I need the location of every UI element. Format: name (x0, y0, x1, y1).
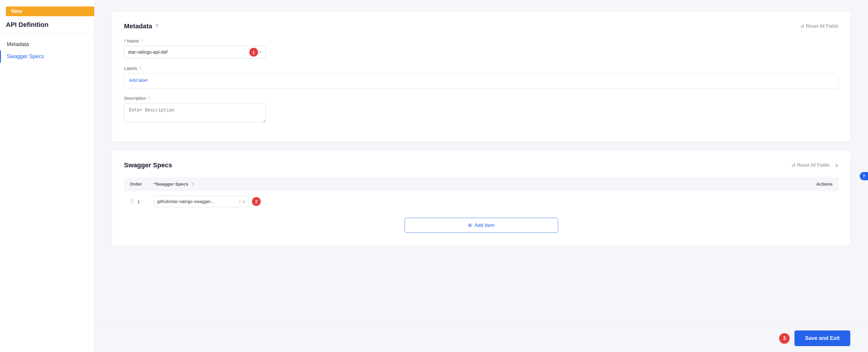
swagger-section-header: Swagger Specs ↺ Reset All Fields ∧ (124, 162, 838, 169)
name-label: * Name ? (124, 38, 838, 43)
name-input-wrapper: 1 × (124, 46, 266, 59)
sidebar: New API Definition Metadata Swagger Spec… (0, 0, 94, 352)
metadata-section-header: Metadata ? ↺ Reset All Fields (124, 23, 838, 30)
swagger-select-value: github/star-ratings-swagger... (157, 196, 239, 207)
description-label: Description ? (124, 96, 838, 101)
help-bubble[interactable]: ? (860, 172, 868, 180)
swagger-specs-section: Swagger Specs ↺ Reset All Fields ∧ Order… (112, 151, 850, 246)
swagger-table: Order *Swagger Specs ? Actions ⠿ 1 (124, 177, 838, 212)
reset-icon: ↺ (800, 24, 804, 29)
main-content: Metadata ? ↺ Reset All Fields * Name ? 1… (94, 0, 868, 352)
sidebar-item-swagger-specs[interactable]: Swagger Specs (0, 50, 94, 63)
header-order: Order (124, 177, 148, 191)
sidebar-item-metadata[interactable]: Metadata (0, 38, 94, 50)
swagger-spec-cell: github/star-ratings-swagger... × ∨ 2 (148, 191, 707, 212)
sidebar-title: API Definition (0, 16, 94, 34)
labels-field-group: Labels ? Add label (124, 66, 838, 89)
description-help-icon[interactable]: ? (148, 96, 150, 101)
metadata-title: Metadata ? (124, 23, 158, 30)
labels-help-icon[interactable]: ? (139, 66, 141, 71)
labels-box: Add label (124, 73, 838, 89)
step-badge-3: 3 (779, 333, 790, 344)
header-actions: Actions (707, 177, 838, 191)
step-badge-1: 1 (249, 48, 258, 57)
swagger-collapse-icon[interactable]: ∧ (835, 163, 838, 168)
name-field-group: * Name ? 1 × (124, 38, 838, 59)
add-item-button[interactable]: ⊕ Add Item (405, 218, 558, 233)
description-input[interactable] (124, 103, 266, 122)
table-row: ⠿ 1 github/star-ratings-swagger... × ∨ 2 (124, 191, 838, 212)
swagger-specs-help-icon[interactable]: ? (191, 182, 194, 186)
save-exit-button[interactable]: Save and Exit (795, 330, 850, 346)
description-field-group: Description ? (124, 96, 838, 124)
swagger-clear-icon[interactable]: × (239, 199, 241, 204)
drag-order-cell: ⠿ 1 (124, 191, 148, 212)
metadata-reset-button[interactable]: ↺ Reset All Fields (800, 24, 838, 29)
name-input[interactable] (128, 46, 247, 59)
swagger-reset-button[interactable]: ↺ Reset All Fields (792, 163, 830, 168)
swagger-title: Swagger Specs (124, 162, 172, 169)
swagger-table-header-row: Order *Swagger Specs ? Actions (124, 177, 838, 191)
labels-label: Labels ? (124, 66, 838, 71)
swagger-select-row: github/star-ratings-swagger... × ∨ 2 (154, 196, 701, 207)
add-item-icon: ⊕ (468, 222, 472, 228)
add-label-button[interactable]: Add label (129, 78, 148, 82)
step-badge-2: 2 (252, 197, 261, 206)
new-badge: New (6, 6, 94, 16)
sidebar-nav: Metadata Swagger Specs (0, 34, 94, 67)
drag-handle-icon[interactable]: ⠿ (130, 199, 134, 205)
bottom-bar: 3 Save and Exit (94, 324, 868, 352)
metadata-help-icon[interactable]: ? (155, 23, 158, 30)
swagger-select-wrapper: github/star-ratings-swagger... × ∨ (154, 196, 248, 207)
swagger-header-right: ↺ Reset All Fields ∧ (792, 163, 838, 168)
name-help-icon[interactable]: ? (141, 39, 143, 43)
actions-cell (707, 191, 838, 212)
metadata-section: Metadata ? ↺ Reset All Fields * Name ? 1… (112, 12, 850, 141)
name-clear-icon[interactable]: × (259, 49, 262, 55)
swagger-chevron-icon[interactable]: ∨ (242, 199, 245, 204)
swagger-reset-icon: ↺ (792, 163, 795, 168)
header-swagger-specs: *Swagger Specs ? (148, 177, 707, 191)
